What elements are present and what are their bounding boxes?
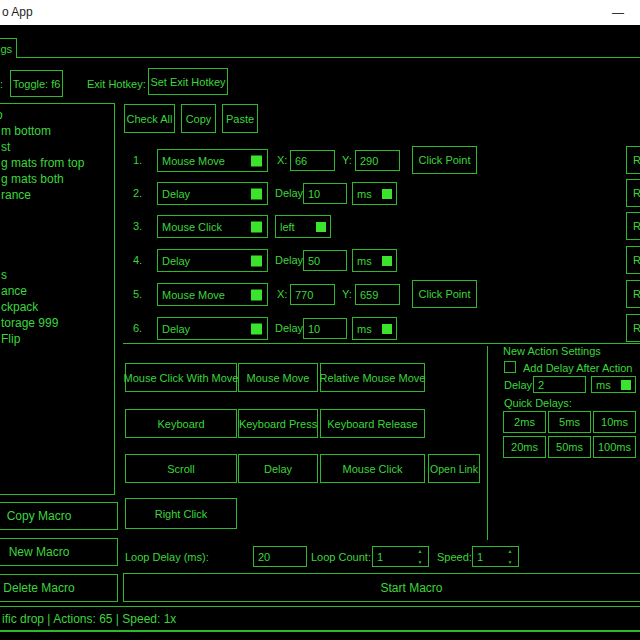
title-bar: o App — xyxy=(0,0,640,25)
quick-delay-100ms-button[interactable]: 100ms xyxy=(593,436,636,458)
list-item[interactable]: Flip xyxy=(0,331,114,347)
row-number: 3. xyxy=(133,220,142,232)
delay-unit-dropdown[interactable]: ms xyxy=(352,317,397,340)
dropdown-arrow-icon[interactable] xyxy=(621,380,631,390)
dropdown-arrow-icon[interactable] xyxy=(382,256,392,266)
speed-label: Speed: xyxy=(437,551,472,563)
dropdown-arrow-icon[interactable] xyxy=(251,155,262,166)
macro-list[interactable]: o m bottom st g mats from top g mats bot… xyxy=(0,103,115,495)
loop-delay-label: Loop Delay (ms): xyxy=(125,551,209,563)
add-mouse-move-button[interactable]: Mouse Move xyxy=(238,363,318,392)
quick-delay-50ms-button[interactable]: 50ms xyxy=(548,436,591,458)
add-mouse-click-with-move-button[interactable]: Mouse Click With Move xyxy=(125,363,237,392)
add-delay-checkbox-label: Add Delay After Action xyxy=(523,362,632,374)
action-type-dropdown[interactable]: Mouse Move xyxy=(157,149,268,172)
x-label: X: xyxy=(277,288,287,300)
delay-input[interactable]: 50 xyxy=(303,250,347,271)
minimize-icon[interactable]: — xyxy=(596,0,640,25)
click-point-button[interactable]: Click Point xyxy=(412,280,477,308)
action-type-dropdown[interactable]: Delay xyxy=(157,249,268,272)
dropdown-arrow-icon[interactable] xyxy=(251,188,262,199)
quick-delay-2ms-button[interactable]: 2ms xyxy=(503,411,546,433)
x-label: X: xyxy=(277,154,287,166)
dropdown-arrow-icon[interactable] xyxy=(251,289,262,300)
remove-row-button[interactable]: R xyxy=(626,212,640,240)
action-type-dropdown[interactable]: Delay xyxy=(157,317,268,340)
settings-delay-input[interactable]: 2 xyxy=(533,376,586,393)
list-item[interactable] xyxy=(0,235,114,251)
dropdown-arrow-icon[interactable] xyxy=(316,222,326,232)
toggle-hotkey-button[interactable]: Toggle: f6 xyxy=(10,70,63,97)
settings-delay-unit-dropdown[interactable]: ms xyxy=(591,376,636,393)
add-scroll-button[interactable]: Scroll xyxy=(125,454,237,483)
remove-row-button[interactable]: R xyxy=(626,280,640,308)
list-item[interactable]: ckpack xyxy=(0,299,114,315)
tab-settings[interactable]: gs xyxy=(0,38,17,58)
list-item[interactable] xyxy=(0,251,114,267)
add-delay-checkbox[interactable] xyxy=(504,361,516,373)
action-type-value: Delay xyxy=(162,188,190,200)
add-keyboard-button[interactable]: Keyboard xyxy=(125,409,237,438)
list-item[interactable]: o xyxy=(0,107,114,123)
action-type-value: Mouse Move xyxy=(162,155,225,167)
add-open-link-button[interactable]: Open Link xyxy=(428,454,480,483)
dropdown-arrow-icon[interactable] xyxy=(382,324,392,334)
quick-delay-5ms-button[interactable]: 5ms xyxy=(548,411,591,433)
y-input[interactable]: 290 xyxy=(355,150,400,171)
list-item[interactable]: g mats from top xyxy=(0,155,114,171)
dropdown-arrow-icon[interactable] xyxy=(382,189,392,199)
speed-stepper[interactable]: 1 ▲▼ xyxy=(472,546,519,567)
x-input[interactable]: 66 xyxy=(290,150,335,171)
x-input[interactable]: 770 xyxy=(290,284,335,305)
dropdown-arrow-icon[interactable] xyxy=(251,255,262,266)
delay-unit-dropdown[interactable]: ms xyxy=(352,249,397,272)
quick-delay-10ms-button[interactable]: 10ms xyxy=(593,411,636,433)
add-keyboard-press-button[interactable]: Keyboard Press xyxy=(238,409,318,438)
remove-row-button[interactable]: R xyxy=(626,146,640,174)
new-macro-button[interactable]: New Macro xyxy=(0,538,118,566)
list-item[interactable]: rance xyxy=(0,187,114,203)
settings-group-title: New Action Settings xyxy=(503,345,601,357)
list-item[interactable]: m bottom xyxy=(0,123,114,139)
add-relative-mouse-move-button[interactable]: Relative Mouse Move xyxy=(320,363,425,392)
dropdown-arrow-icon[interactable] xyxy=(251,323,262,334)
add-keyboard-release-button[interactable]: Keyboard Release xyxy=(320,409,425,438)
delay-input[interactable]: 10 xyxy=(303,183,347,204)
list-item[interactable]: g mats both xyxy=(0,171,114,187)
action-type-value: Delay xyxy=(162,255,190,267)
add-mouse-click-button[interactable]: Mouse Click xyxy=(320,454,425,483)
list-item[interactable]: ance xyxy=(0,283,114,299)
list-item[interactable]: s xyxy=(0,267,114,283)
loop-delay-input[interactable]: 20 xyxy=(253,546,307,567)
quick-delays-label: Quick Delays: xyxy=(504,397,572,409)
check-all-button[interactable]: Check All xyxy=(124,104,175,133)
action-type-dropdown[interactable]: Mouse Click xyxy=(157,215,268,238)
copy-button[interactable]: Copy xyxy=(181,104,216,133)
add-right-click-button[interactable]: Right Click xyxy=(125,498,237,529)
add-delay-button[interactable]: Delay xyxy=(238,454,318,483)
start-macro-button[interactable]: Start Macro xyxy=(123,573,640,602)
action-type-dropdown[interactable]: Mouse Move xyxy=(157,283,268,306)
remove-row-button[interactable]: R xyxy=(626,314,640,342)
remove-row-button[interactable]: R xyxy=(626,179,640,207)
dropdown-arrow-icon[interactable] xyxy=(251,221,262,232)
click-point-button[interactable]: Click Point xyxy=(412,146,477,174)
loop-count-stepper[interactable]: 1 ▲▼ xyxy=(372,546,429,567)
set-exit-hotkey-button[interactable]: Set Exit Hotkey xyxy=(148,68,228,95)
action-type-dropdown[interactable]: Delay xyxy=(157,182,268,205)
delay-input[interactable]: 10 xyxy=(303,318,347,339)
list-item[interactable] xyxy=(0,203,114,219)
quick-delay-20ms-button[interactable]: 20ms xyxy=(503,436,546,458)
stepper-arrows-icon[interactable]: ▲▼ xyxy=(415,548,425,565)
delay-unit-dropdown[interactable]: ms xyxy=(352,182,397,205)
remove-row-button[interactable]: R xyxy=(626,246,640,274)
list-item[interactable] xyxy=(0,219,114,235)
stepper-arrows-icon[interactable]: ▲▼ xyxy=(505,548,515,565)
paste-button[interactable]: Paste xyxy=(222,104,258,133)
list-item[interactable]: st xyxy=(0,139,114,155)
mouse-button-dropdown[interactable]: left xyxy=(275,215,331,238)
copy-macro-button[interactable]: Copy Macro xyxy=(0,502,118,530)
y-input[interactable]: 659 xyxy=(355,284,400,305)
delete-macro-button[interactable]: Delete Macro xyxy=(0,574,118,602)
list-item[interactable]: torage 999 xyxy=(0,315,114,331)
